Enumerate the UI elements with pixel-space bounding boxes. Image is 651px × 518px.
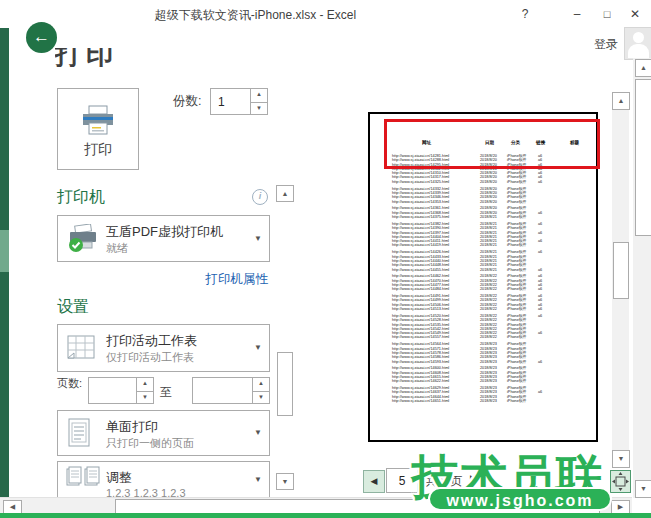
copies-up-icon[interactable]: ▲ <box>251 89 267 103</box>
close-icon[interactable]: ✕ <box>622 4 648 24</box>
preview-table-row: http://www.sj-xiazai.cn/14513.html2018/8… <box>370 307 596 311</box>
copies-label: 份数: <box>173 93 201 110</box>
sign-in-button[interactable]: 登录 <box>594 36 618 53</box>
preview-scroll-thumb[interactable] <box>613 242 629 299</box>
excel-print-backstage: 超级下载软文资讯-iPhone.xlsx - Excel ? – □ ✕ 登录 … <box>0 0 651 518</box>
printer-info-icon[interactable]: i <box>252 189 268 205</box>
minimize-icon[interactable]: – <box>564 4 590 24</box>
backstage-nav-strip <box>0 28 9 514</box>
page-to-up-icon[interactable]: ▲ <box>253 378 269 392</box>
collation-select[interactable]: 调整 1.2.3 1.2.3 1.2.3 ▼ <box>57 461 270 498</box>
sides-select[interactable]: 单面打印 只打印一侧的页面 ▼ <box>57 410 270 456</box>
app-scroll-thumb[interactable] <box>635 79 651 236</box>
to-label: 至 <box>160 384 172 401</box>
avatar[interactable] <box>624 27 651 60</box>
maximize-icon[interactable]: □ <box>594 4 620 24</box>
printer-device-icon <box>66 224 100 254</box>
preview-table-row: http://www.sj-xiazai.cn/14622.html2018/8… <box>370 379 596 383</box>
h-scroll-thumb[interactable] <box>115 499 600 514</box>
zoom-to-page-button[interactable] <box>610 470 631 493</box>
print-preview-page: 网址日期分类链接标题 http://www.sj-xiazai.cn/14281… <box>368 112 598 442</box>
printer-icon <box>81 105 115 137</box>
copies-down-icon[interactable]: ▼ <box>251 103 267 116</box>
print-what-select[interactable]: 打印活动工作表 仅打印活动工作表 ▼ <box>57 324 270 372</box>
preview-table-row: http://www.sj-xiazai.cn/14419.html2018/8… <box>370 243 596 247</box>
chevron-down-icon: ▼ <box>254 475 262 484</box>
page-from-stepper[interactable]: ▲ ▼ <box>88 377 154 404</box>
current-page-box[interactable] <box>386 468 418 493</box>
pages-label: 页数: <box>57 377 83 390</box>
app-scroll-down-icon[interactable]: ▼ <box>635 480 651 498</box>
current-page-input[interactable] <box>387 469 417 492</box>
window-title: 超级下载软文资讯-iPhone.xlsx - Excel <box>0 7 511 24</box>
h-scroll-left-icon[interactable]: ◀ <box>3 500 22 514</box>
zoom-to-page-icon <box>611 471 630 492</box>
preview-table-row: http://www.sj-xiazai.cn/14375.html2018/8… <box>370 215 596 219</box>
preview-table-row: http://www.sj-xiazai.cn/14325.html2018/8… <box>370 180 596 184</box>
page-from-down-icon[interactable]: ▼ <box>137 392 153 405</box>
back-button[interactable]: ← <box>26 22 57 53</box>
avatar-body-icon <box>628 44 649 58</box>
printer-name: 互盾PDF虚拟打印机 <box>106 223 223 241</box>
title-bar: 超级下载软文资讯-iPhone.xlsx - Excel ? – □ ✕ <box>0 0 651 28</box>
preview-table-row: http://www.sj-xiazai.cn/14651.html2018/8… <box>370 399 596 403</box>
printer-select[interactable]: 互盾PDF虚拟打印机 就绪 ▼ <box>57 215 270 262</box>
collation-title: 调整 <box>106 469 132 487</box>
help-icon[interactable]: ? <box>512 4 538 24</box>
printer-status: 就绪 <box>106 241 128 256</box>
preview-table-row: http://www.sj-xiazai.cn/14484.html2018/8… <box>370 287 596 291</box>
total-pages-label: 共 6 页 <box>425 473 462 490</box>
preview-table-row: http://www.sj-xiazai.cn/14455.html2018/8… <box>370 268 596 272</box>
copies-stepper[interactable]: ▲ ▼ <box>210 88 268 115</box>
settings-scroll-down-icon[interactable]: ▼ <box>276 473 294 490</box>
previous-page-button[interactable]: ◀ <box>363 470 385 493</box>
chevron-down-icon: ▼ <box>254 234 262 243</box>
h-scroll-right-icon[interactable]: ▶ <box>611 500 630 514</box>
printer-properties-link[interactable]: 打印机属性 <box>57 271 268 288</box>
collate-icon <box>66 465 102 495</box>
print-button[interactable]: 打印 <box>57 88 139 170</box>
page-to-stepper[interactable]: ▲ ▼ <box>192 377 270 404</box>
sides-title: 单面打印 <box>106 418 158 436</box>
watermark-bottom-line <box>0 513 651 518</box>
print-what-subtitle: 仅打印活动工作表 <box>106 350 194 365</box>
app-scroll-up-icon[interactable]: ▲ <box>635 59 651 77</box>
preview-table-row: http://www.sj-xiazai.cn/14593.html2018/8… <box>370 360 596 364</box>
settings-scroll-thumb[interactable] <box>277 352 293 416</box>
next-page-button[interactable]: ▶ <box>470 473 477 483</box>
settings-section-heading: 设置 <box>57 297 89 318</box>
chevron-down-icon: ▼ <box>254 428 262 437</box>
preview-table-row: http://www.sj-xiazai.cn/14557.html2018/8… <box>370 335 596 339</box>
preview-rows: http://www.sj-xiazai.cn/14281.html2018/8… <box>370 154 596 403</box>
highlight-red-box <box>384 119 600 169</box>
avatar-head-icon <box>633 32 644 43</box>
preview-scroll-down-icon[interactable]: ▼ <box>612 450 630 468</box>
preview-scroll-up-icon[interactable]: ▲ <box>612 92 630 110</box>
chevron-down-icon: ▼ <box>254 343 262 352</box>
page-from-up-icon[interactable]: ▲ <box>137 378 153 392</box>
printer-section-heading: 打印机 <box>57 187 105 208</box>
page-to-down-icon[interactable]: ▼ <box>253 392 269 405</box>
sides-subtitle: 只打印一侧的页面 <box>106 436 194 451</box>
one-sided-page-icon <box>66 417 94 449</box>
page-to-input[interactable] <box>193 378 261 403</box>
worksheet-icon <box>66 334 96 362</box>
page-title: 打印 <box>55 48 175 67</box>
preview-table-row: http://www.sj-xiazai.cn/14353.html2018/8… <box>370 200 596 204</box>
settings-scroll-up-icon[interactable]: ▲ <box>276 185 294 202</box>
print-what-title: 打印活动工作表 <box>106 332 197 350</box>
